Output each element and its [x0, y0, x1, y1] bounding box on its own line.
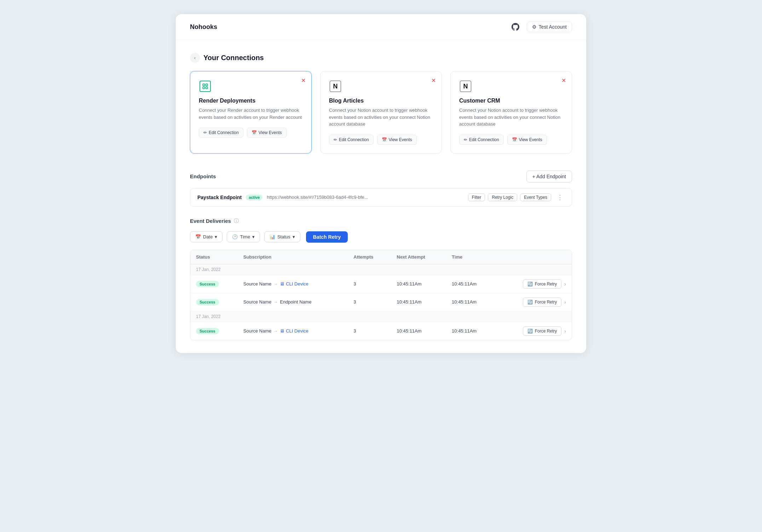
calendar-icon: 📅: [252, 130, 257, 135]
row-chevron-1[interactable]: ›: [564, 281, 566, 287]
calendar-icon: 📅: [382, 137, 387, 142]
chart-icon: 📊: [270, 234, 275, 239]
status-filter-button[interactable]: 📊 Status ▾: [264, 231, 300, 242]
connection-card-blog: ✕ N Blog Articles Connect your Notion ac…: [320, 71, 442, 154]
next-attempt-cell-3: 10:45:11Am: [391, 322, 446, 340]
retry-logic-tag-button[interactable]: Retry Logic: [488, 193, 517, 201]
delete-crm-button[interactable]: ✕: [561, 77, 566, 84]
edit-render-button[interactable]: ✏ Edit Connection: [199, 128, 243, 138]
crm-card-desc: Connect your Notion account to trigger w…: [459, 107, 563, 128]
endpoint-url: https://webhook.site/#!/7159b083-6ad4-4f…: [267, 195, 463, 200]
connections-section-header: ‹ Your Connections: [190, 53, 572, 63]
next-attempt-cell-2: 10:45:11Am: [391, 293, 446, 311]
retry-icon-2: 🔄: [527, 300, 533, 305]
endpoint-more-button[interactable]: ⋮: [555, 193, 565, 201]
cli-icon-3: 🖥: [280, 328, 284, 334]
event-types-tag-button[interactable]: Event Types: [520, 193, 551, 201]
endpoint-name: Paystack Endpoint: [197, 195, 242, 200]
arrow-icon-1: →: [273, 282, 278, 287]
render-card-desc: Connect your Render account to trigger w…: [199, 107, 303, 121]
table-row: Success Source Name → 🖥 CLI Device: [190, 322, 572, 340]
crm-card-title: Customer CRM: [459, 98, 563, 104]
edit-icon: ✏: [464, 137, 467, 142]
notion-icon-crm: N: [459, 80, 472, 93]
view-render-events-button[interactable]: 📅 View Events: [247, 128, 287, 138]
col-subscription: Subscription: [238, 250, 348, 264]
delete-blog-button[interactable]: ✕: [431, 77, 436, 84]
blog-card-title: Blog Articles: [329, 98, 433, 104]
clock-icon: 🕐: [232, 234, 238, 239]
force-retry-button-1[interactable]: 🔄 Force Retry: [523, 279, 562, 289]
app-container: Nohooks ⚙ Test Account ‹ Your Connection…: [176, 14, 586, 353]
view-blog-events-button[interactable]: 📅 View Events: [377, 135, 417, 145]
notion-icon-blog: N: [329, 80, 342, 93]
chevron-down-status: ▾: [293, 234, 295, 239]
endpoint-tags: Filter Retry Logic Event Types: [468, 193, 551, 201]
endpoint-row: Paystack Endpoint active https://webhook…: [190, 188, 572, 207]
date-label-2: 17 Jan, 2022: [190, 311, 572, 322]
actions-cell-3: 🔄 Force Retry ›: [496, 322, 572, 340]
time-filter-button[interactable]: 🕐 Time ▾: [227, 231, 260, 242]
actions-cell-1: 🔄 Force Retry ›: [496, 275, 572, 293]
col-next-attempt: Next Attempt: [391, 250, 446, 264]
subscription-cell-3: Source Name → 🖥 CLI Device: [238, 322, 348, 340]
status-badge-3: Success: [196, 328, 219, 334]
deliveries-title: Event Deliveries: [190, 218, 231, 224]
table-header-row: Status Subscription Attempts Next Attemp…: [190, 250, 572, 264]
status-cell-2: Success: [190, 293, 238, 311]
status-cell-1: Success: [190, 275, 238, 293]
batch-retry-button[interactable]: Batch Retry: [306, 231, 348, 243]
edit-crm-button[interactable]: ✏ Edit Connection: [459, 135, 504, 145]
test-account-button[interactable]: ⚙ Test Account: [527, 22, 572, 32]
row-chevron-3[interactable]: ›: [564, 328, 566, 334]
endpoint-name-cell-2: Endpoint Name: [280, 299, 312, 305]
filters-row: 📅 Date ▾ 🕐 Time ▾ 📊 Status ▾ Batch Retry: [190, 231, 572, 243]
deliveries-header: Event Deliveries ⓘ: [190, 218, 572, 224]
subscription-cell-2: Source Name → Endpoint Name: [238, 293, 348, 311]
view-crm-events-button[interactable]: 📅 View Events: [507, 135, 547, 145]
cli-device-link-3[interactable]: 🖥 CLI Device: [280, 328, 308, 334]
col-attempts: Attempts: [348, 250, 391, 264]
edit-blog-button[interactable]: ✏ Edit Connection: [329, 135, 374, 145]
chevron-down-date: ▾: [215, 234, 217, 239]
blog-card-actions: ✏ Edit Connection 📅 View Events: [329, 135, 433, 145]
svg-rect-3: [206, 87, 208, 89]
attempts-cell-3: 3: [348, 322, 391, 340]
render-card-actions: ✏ Edit Connection 📅 View Events: [199, 128, 303, 138]
time-cell-1: 10:45:11Am: [446, 275, 496, 293]
force-retry-button-2[interactable]: 🔄 Force Retry: [523, 297, 562, 307]
main-content: ‹ Your Connections ✕ Render: [176, 40, 586, 353]
header-right: ⚙ Test Account: [510, 21, 572, 33]
retry-icon-3: 🔄: [527, 329, 533, 334]
row-chevron-2[interactable]: ›: [564, 299, 566, 305]
crm-card-actions: ✏ Edit Connection 📅 View Events: [459, 135, 563, 145]
delete-render-button[interactable]: ✕: [301, 77, 306, 84]
next-attempt-cell-1: 10:45:11Am: [391, 275, 446, 293]
chevron-down-time: ▾: [252, 234, 255, 239]
filter-tag-button[interactable]: Filter: [468, 193, 485, 201]
back-button[interactable]: ‹: [190, 53, 200, 63]
endpoints-title: Endpoints: [190, 173, 216, 179]
cli-device-link-1[interactable]: 🖥 CLI Device: [280, 281, 308, 287]
col-status: Status: [190, 250, 238, 264]
github-icon[interactable]: [510, 21, 521, 33]
add-endpoint-button[interactable]: + Add Endpoint: [526, 170, 572, 183]
render-card-title: Render Deployments: [199, 98, 303, 104]
force-retry-button-3[interactable]: 🔄 Force Retry: [523, 326, 562, 336]
time-cell-3: 10:45:11Am: [446, 322, 496, 340]
table-row: Success Source Name → 🖥 CLI Device: [190, 275, 572, 293]
calendar-small-icon: 📅: [195, 234, 201, 239]
status-cell-3: Success: [190, 322, 238, 340]
date-filter-button[interactable]: 📅 Date ▾: [190, 231, 223, 242]
edit-icon: ✏: [334, 137, 337, 142]
status-badge-2: Success: [196, 299, 219, 305]
info-icon: ⓘ: [234, 218, 239, 224]
col-time: Time: [446, 250, 496, 264]
arrow-icon-3: →: [273, 329, 278, 334]
attempts-cell-1: 3: [348, 275, 391, 293]
retry-icon-1: 🔄: [527, 282, 533, 287]
edit-icon: ✏: [203, 130, 207, 135]
date-group-1: 17 Jan, 2022: [190, 264, 572, 275]
arrow-icon-2: →: [273, 300, 278, 305]
deliveries-table-element: Status Subscription Attempts Next Attemp…: [190, 250, 572, 340]
